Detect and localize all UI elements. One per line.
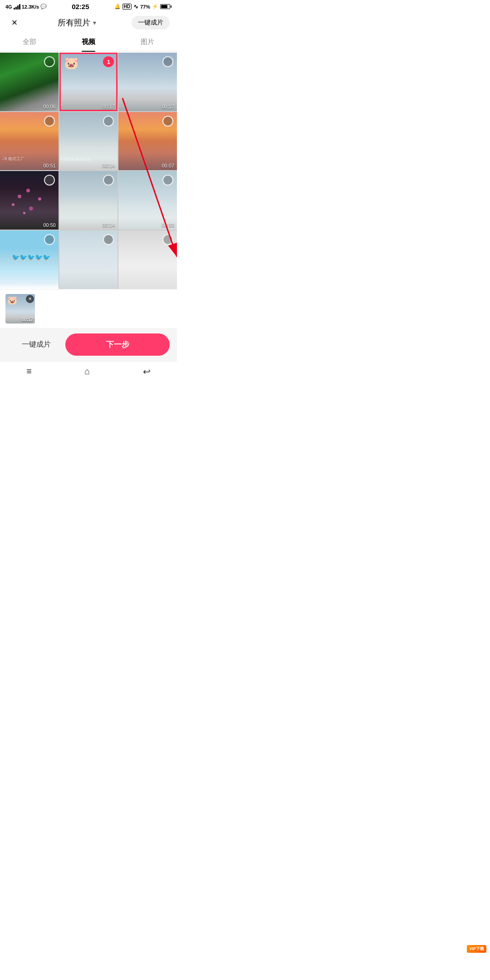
- grid-item-12[interactable]: [118, 230, 177, 289]
- select-circle-1[interactable]: [44, 56, 55, 67]
- wifi-icon: ∿: [133, 3, 138, 10]
- menu-icon[interactable]: ≡: [26, 366, 32, 377]
- select-circle-4[interactable]: [44, 116, 55, 127]
- duration-5: 00:14: [103, 163, 115, 168]
- grid-item-2[interactable]: 🐷 1 00:17: [59, 53, 118, 111]
- select-circle-5[interactable]: [103, 116, 114, 127]
- preview-pig-icon: 🐷: [7, 295, 17, 305]
- duration-9: 00:30: [162, 222, 174, 228]
- grid-item-6[interactable]: 00:07: [118, 112, 177, 171]
- charging-icon: ⚡: [152, 4, 158, 10]
- tab-bar: 全部 视频 图片: [0, 33, 177, 52]
- close-button[interactable]: ×: [7, 17, 22, 29]
- tab-all[interactable]: 全部: [0, 33, 59, 51]
- chevron-down-icon[interactable]: ▾: [93, 19, 96, 26]
- photo-grid-wrapper: 00:06 🐷 1 00:17 00:17 🏭 格式工厂 00:51 平和惊鸿-…: [0, 53, 177, 289]
- grid-item-3[interactable]: 00:17: [118, 53, 177, 111]
- photo-grid: 00:06 🐷 1 00:17 00:17 🏭 格式工厂 00:51 平和惊鸿-…: [0, 53, 177, 289]
- select-circle-6[interactable]: [162, 116, 173, 127]
- duration-7: 00:50: [43, 222, 56, 228]
- battery-icon: [160, 4, 172, 9]
- back-icon[interactable]: ↩: [143, 366, 151, 377]
- action-bar: 一键成片 下一步: [0, 328, 177, 361]
- logo-watermark-4: 🏭 格式工厂: [2, 156, 24, 162]
- status-bar: 4G 12.3K/s 💬 02:25 🔔 HD ∿ 77% ⚡: [0, 0, 177, 12]
- select-circle-11[interactable]: [103, 234, 114, 245]
- tab-video[interactable]: 视频: [59, 33, 118, 51]
- nav-bar: ≡ ⌂ ↩: [0, 361, 177, 383]
- preview-bar: 🐷 ✕ 00:17: [0, 289, 177, 328]
- duration-8: 00:14: [103, 222, 115, 228]
- home-icon[interactable]: ⌂: [84, 366, 90, 377]
- grid-item-7[interactable]: 00:50: [0, 171, 59, 230]
- header: × 所有照片 ▾ 一键成片: [0, 12, 177, 33]
- preview-close-button[interactable]: ✕: [26, 295, 34, 303]
- duration-3: 00:17: [162, 104, 174, 109]
- grid-item-1[interactable]: 00:06: [0, 53, 59, 111]
- select-circle-10[interactable]: [44, 234, 55, 245]
- select-circle-9[interactable]: [162, 175, 173, 186]
- wechat-icon: 💬: [40, 4, 47, 10]
- preview-duration: 00:17: [21, 317, 33, 322]
- select-circle-3[interactable]: [162, 56, 173, 67]
- preview-item-1[interactable]: 🐷 ✕ 00:17: [5, 294, 35, 323]
- album-title: 所有照片: [58, 17, 90, 28]
- pig-sticker-2: 🐷: [64, 56, 78, 70]
- grid-item-8[interactable]: 00:14: [59, 171, 118, 230]
- battery-percent: 77%: [140, 4, 150, 10]
- signal-strength-icon: [14, 4, 20, 10]
- next-button[interactable]: 下一步: [65, 333, 170, 356]
- auto-edit-button[interactable]: 一键成片: [7, 333, 65, 356]
- select-circle-2[interactable]: 1: [103, 56, 114, 67]
- hd-label: HD: [122, 4, 132, 10]
- grid-item-4[interactable]: 🏭 格式工厂 00:51: [0, 112, 59, 171]
- grid-item-9[interactable]: 00:30: [118, 171, 177, 230]
- tab-photo[interactable]: 图片: [118, 33, 177, 51]
- duration-6: 00:07: [162, 163, 174, 168]
- select-circle-8[interactable]: [103, 175, 114, 186]
- data-speed: 12.3K/s: [22, 4, 39, 10]
- duration-2: 00:17: [103, 104, 115, 109]
- duration-1: 00:06: [43, 104, 56, 109]
- clock: 02:25: [72, 3, 89, 10]
- grid-item-11[interactable]: [59, 230, 118, 289]
- duration-4: 00:51: [43, 163, 56, 168]
- grid-item-5[interactable]: 平和惊鸿-桥何水清... 00:14: [59, 112, 118, 171]
- cancel-multiselect-button[interactable]: 一键成片: [132, 16, 170, 29]
- alarm-icon: 🔔: [114, 4, 121, 10]
- grid-item-10[interactable]: 🐦🐦🐦🐦🐦: [0, 230, 59, 289]
- watermark-5: 平和惊鸿-桥何水清...: [60, 157, 93, 162]
- carrier-label: 4G: [5, 4, 12, 10]
- select-circle-12[interactable]: [162, 234, 173, 245]
